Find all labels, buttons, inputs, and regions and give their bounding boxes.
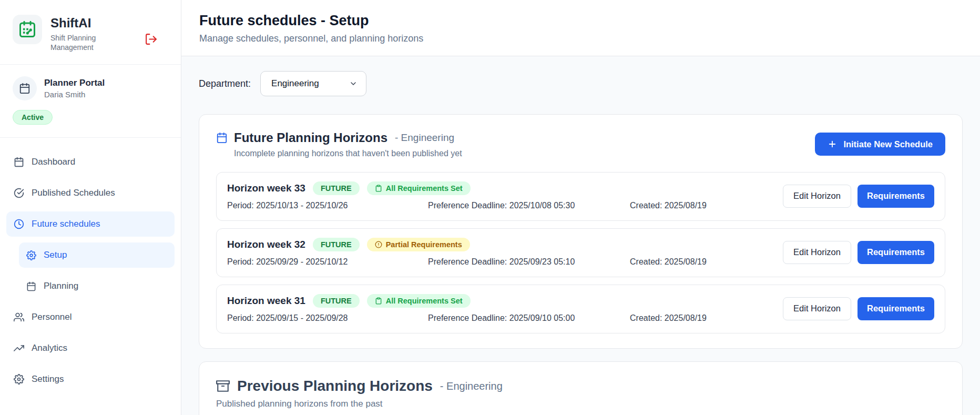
requirements-status-label: All Requirements Set — [386, 184, 463, 193]
edit-horizon-button[interactable]: Edit Horizon — [783, 241, 851, 264]
requirements-status-label: Partial Requirements — [386, 240, 462, 249]
clipboard-icon — [375, 185, 382, 192]
content: Department: Engineering — [181, 56, 980, 415]
calendar-icon — [14, 157, 24, 167]
department-filter: Department: Engineering — [199, 71, 963, 96]
chevron-down-icon — [349, 79, 358, 88]
main-area: Future schedules - Setup Manage schedule… — [181, 0, 980, 415]
edit-horizon-button[interactable]: Edit Horizon — [783, 185, 851, 208]
section-department: - Engineering — [395, 132, 454, 144]
horizon-name: Horizon week 32 — [227, 239, 305, 250]
check-circle-icon — [14, 188, 24, 198]
requirements-status-label: All Requirements Set — [386, 297, 463, 305]
section-subtitle: Published planning horizons from the pas… — [216, 399, 945, 409]
sidebar-item-settings[interactable]: Settings — [6, 367, 175, 392]
sidebar-item-label: Planning — [44, 281, 78, 291]
logout-button[interactable] — [145, 33, 158, 46]
edit-horizon-button[interactable]: Edit Horizon — [783, 297, 851, 320]
alert-circle-icon — [375, 241, 382, 248]
trending-up-icon — [14, 343, 24, 353]
sidebar-item-label: Published Schedules — [32, 188, 115, 198]
horizon-row-week-32: Horizon week 32 FUTURE Partial Requireme… — [216, 228, 945, 277]
horizon-row-week-31: Horizon week 31 FUTURE All Requirements … — [216, 285, 945, 333]
sidebar-nav: Dashboard Published Schedules Future sch… — [0, 138, 181, 409]
horizon-name: Horizon week 31 — [227, 295, 305, 307]
calendar-icon — [216, 132, 228, 144]
sidebar-item-analytics[interactable]: Analytics — [6, 336, 175, 361]
horizon-deadline: Preference Deadline: 2025/10/08 05:30 — [428, 201, 630, 210]
horizon-deadline: Preference Deadline: 2025/09/10 05:00 — [428, 313, 630, 323]
requirements-button[interactable]: Requirements — [858, 297, 934, 320]
horizon-deadline: Preference Deadline: 2025/09/23 05:10 — [428, 257, 630, 267]
department-selected-value: Engineering — [271, 78, 319, 89]
sidebar-item-future-schedules[interactable]: Future schedules — [6, 211, 175, 237]
sidebar-item-label: Personnel — [32, 312, 72, 322]
gear-icon — [26, 250, 36, 260]
initiate-new-schedule-button[interactable]: Initiate New Schedule — [815, 133, 945, 156]
horizon-period: Period: 2025/09/15 - 2025/09/28 — [227, 313, 428, 323]
clipboard-icon — [375, 297, 382, 305]
future-status-badge: FUTURE — [313, 181, 360, 195]
app-logo — [13, 15, 42, 44]
portal-title: Planner Portal — [44, 78, 105, 88]
calendar-icon — [26, 281, 36, 291]
avatar — [13, 76, 37, 100]
horizon-created: Created: 2025/08/19 — [630, 257, 783, 267]
user-section: Planner Portal Daria Smith Active — [0, 65, 181, 138]
sidebar-item-label: Settings — [32, 374, 64, 384]
future-horizons-card: Future Planning Horizons - Engineering I… — [199, 114, 963, 349]
horizon-created: Created: 2025/08/19 — [630, 201, 783, 210]
horizon-period: Period: 2025/09/29 - 2025/10/12 — [227, 257, 428, 267]
initiate-new-schedule-label: Initiate New Schedule — [843, 139, 933, 149]
app-name: ShiftAI — [50, 16, 111, 31]
logout-icon — [145, 33, 158, 46]
users-icon — [14, 312, 24, 322]
gear-icon — [14, 374, 24, 384]
logo-section: ShiftAI Shift Planning Management — [0, 0, 181, 65]
status-badge: Active — [13, 110, 53, 125]
archive-icon — [216, 379, 230, 393]
requirements-status-badge: All Requirements Set — [367, 294, 471, 308]
clock-icon — [14, 219, 24, 229]
sidebar-item-label: Dashboard — [32, 157, 75, 167]
sidebar: ShiftAI Shift Planning Management — [0, 0, 181, 415]
previous-horizons-card: Previous Planning Horizons - Engineering… — [199, 361, 963, 415]
horizon-created: Created: 2025/08/19 — [630, 313, 783, 323]
requirements-button[interactable]: Requirements — [858, 185, 934, 208]
user-name: Daria Smith — [44, 90, 105, 99]
department-select[interactable]: Engineering — [260, 71, 366, 96]
sidebar-item-setup[interactable]: Setup — [19, 242, 175, 268]
page-title: Future schedules - Setup — [199, 13, 962, 29]
horizon-period: Period: 2025/10/13 - 2025/10/26 — [227, 201, 428, 210]
requirements-button[interactable]: Requirements — [858, 241, 934, 264]
section-title: Future Planning Horizons — [234, 130, 387, 145]
sidebar-item-label: Analytics — [32, 343, 67, 353]
sidebar-item-planning[interactable]: Planning — [19, 274, 175, 299]
sidebar-item-label: Future schedules — [32, 219, 100, 229]
section-title: Previous Planning Horizons — [237, 378, 433, 394]
requirements-status-badge: Partial Requirements — [367, 238, 470, 251]
page-header: Future schedules - Setup Manage schedule… — [181, 0, 980, 56]
future-status-badge: FUTURE — [313, 294, 360, 308]
app-tagline: Shift Planning Management — [50, 33, 111, 53]
department-label: Department: — [199, 78, 251, 89]
calendar-plan-icon — [18, 20, 37, 39]
horizon-row-week-33: Horizon week 33 FUTURE All Requirements … — [216, 172, 945, 221]
future-status-badge: FUTURE — [313, 238, 360, 251]
sidebar-item-personnel[interactable]: Personnel — [6, 305, 175, 330]
section-department: - Engineering — [440, 380, 503, 392]
sidebar-item-published-schedules[interactable]: Published Schedules — [6, 180, 175, 206]
horizon-name: Horizon week 33 — [227, 183, 305, 194]
page-subtitle: Manage schedules, personnel, and plannin… — [199, 33, 962, 44]
calendar-icon — [19, 83, 30, 94]
sidebar-item-dashboard[interactable]: Dashboard — [6, 149, 175, 175]
sidebar-item-label: Setup — [44, 250, 67, 260]
requirements-status-badge: All Requirements Set — [367, 181, 471, 195]
plus-icon — [828, 139, 837, 149]
section-subtitle: Incomplete planning horizons that haven'… — [234, 149, 462, 158]
horizon-list: Horizon week 33 FUTURE All Requirements … — [216, 172, 945, 333]
